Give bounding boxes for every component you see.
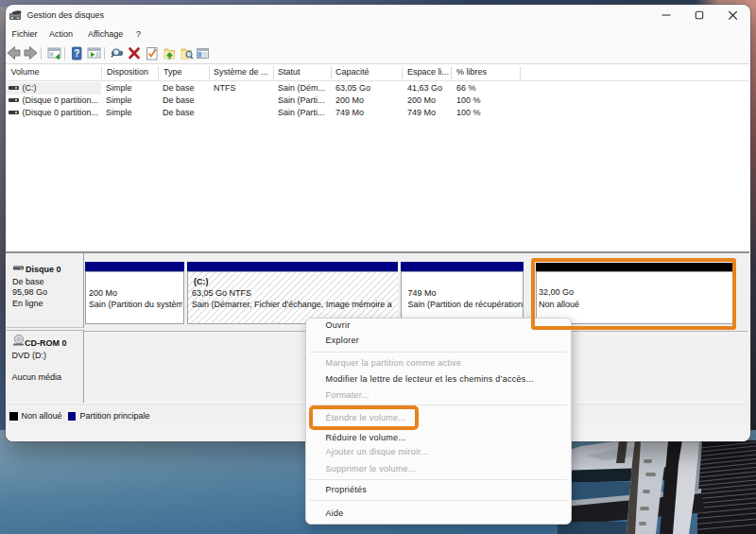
svg-text:?: ?	[74, 48, 79, 59]
